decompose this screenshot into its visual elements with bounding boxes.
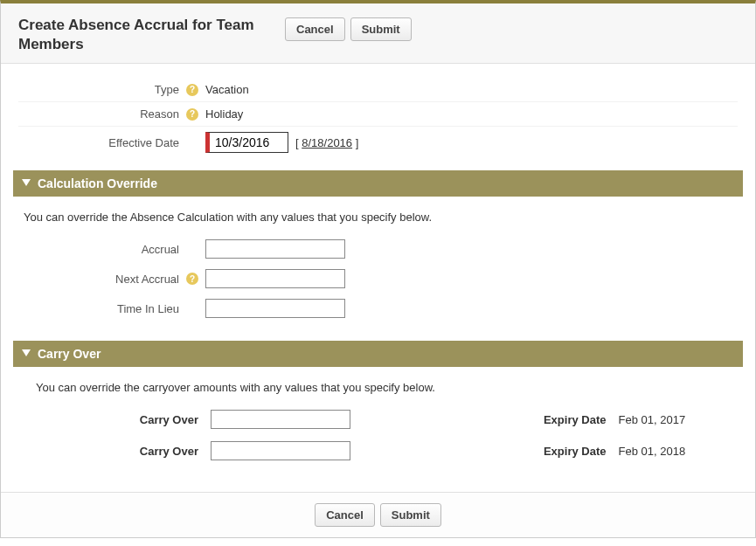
carry-over-description: You can override the carryover amounts w… [36, 381, 738, 394]
type-row: Type ? Vacation [18, 78, 738, 102]
carry-over-section-header[interactable]: Carry Over [13, 341, 743, 367]
next-accrual-row: Next Accrual ? [18, 264, 738, 294]
type-value: Vacation [205, 83, 249, 96]
effective-date-hint-link[interactable]: 8/18/2016 [302, 136, 352, 149]
calc-override-section-header[interactable]: Calculation Override [13, 170, 743, 197]
type-label: Type [18, 83, 184, 96]
effective-date-hint: [ 8/18/2016 ] [295, 136, 358, 149]
page-title: Create Absence Accrual for Team Members [18, 16, 285, 54]
content-area: Type ? Vacation Reason ? Holiday Effecti… [1, 64, 755, 492]
effective-date-input[interactable] [205, 132, 288, 153]
expiry-date-value: Feb 01, 2017 [619, 413, 739, 426]
carry-over-title: Carry Over [38, 347, 101, 361]
next-accrual-input[interactable] [205, 269, 345, 288]
disclosure-triangle-icon [22, 349, 31, 358]
page-container: Create Absence Accrual for Team Members … [0, 0, 756, 538]
submit-button[interactable]: Submit [380, 503, 441, 527]
reason-row: Reason ? Holiday [18, 102, 738, 127]
disclosure-triangle-icon [22, 179, 31, 188]
carry-over-grid: Carry Over Expiry Date Feb 01, 2017 Carr… [27, 410, 738, 460]
time-in-lieu-input[interactable] [205, 299, 345, 318]
accrual-label: Accrual [18, 243, 184, 256]
cancel-button[interactable]: Cancel [285, 17, 345, 41]
footer-button-row: Cancel Submit [1, 492, 755, 537]
svg-marker-1 [22, 349, 31, 356]
calc-override-body: You can override the Absence Calculation… [1, 197, 755, 328]
basic-fields: Type ? Vacation Reason ? Holiday Effecti… [1, 78, 755, 158]
expiry-date-label: Expiry Date [505, 413, 619, 426]
help-icon[interactable]: ? [186, 273, 198, 285]
svg-marker-0 [22, 179, 31, 186]
calc-override-title: Calculation Override [38, 176, 157, 190]
time-in-lieu-row: Time In Lieu [18, 294, 738, 323]
hint-close: ] [352, 136, 358, 149]
carry-over-label: Carry Over [27, 445, 211, 458]
effective-date-wrap: [ 8/18/2016 ] [205, 132, 358, 153]
cancel-button[interactable]: Cancel [315, 503, 375, 527]
calc-override-description: You can override the Absence Calculation… [24, 211, 738, 224]
help-icon[interactable]: ? [186, 84, 198, 96]
page-header: Create Absence Accrual for Team Members … [1, 3, 755, 64]
reason-label: Reason [18, 107, 184, 121]
expiry-date-value: Feb 01, 2018 [619, 445, 739, 458]
header-button-row: Cancel Submit [285, 16, 412, 41]
carry-over-body: You can override the carryover amounts w… [1, 367, 755, 474]
carry-over-label: Carry Over [27, 413, 211, 426]
help-icon[interactable]: ? [186, 108, 198, 121]
effective-date-row: Effective Date [ 8/18/2016 ] [18, 127, 738, 158]
carry-over-input-2[interactable] [211, 441, 350, 460]
submit-button[interactable]: Submit [350, 17, 412, 41]
next-accrual-label: Next Accrual [18, 273, 184, 286]
accrual-input[interactable] [205, 239, 345, 259]
carry-over-input-1[interactable] [211, 410, 350, 429]
accrual-row: Accrual [18, 234, 738, 264]
effective-date-label: Effective Date [18, 136, 184, 149]
time-in-lieu-label: Time In Lieu [18, 302, 184, 315]
expiry-date-label: Expiry Date [505, 445, 619, 458]
reason-value: Holiday [205, 107, 243, 121]
